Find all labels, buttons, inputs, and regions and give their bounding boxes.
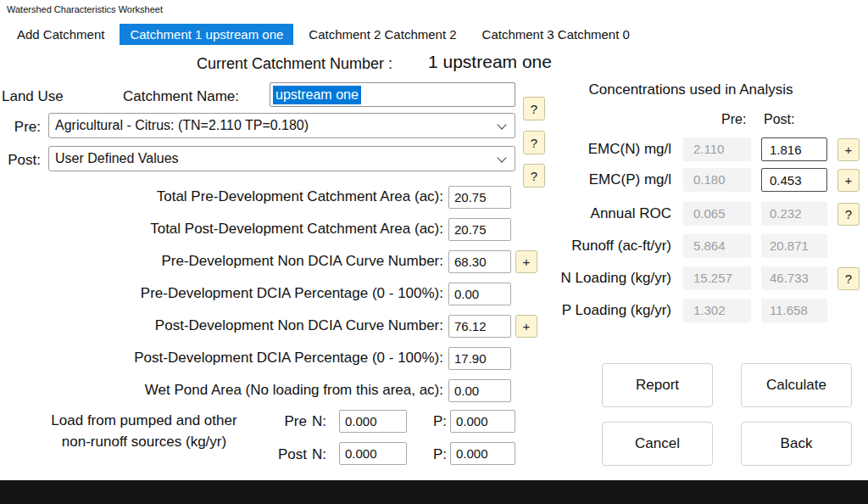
current-catchment-value: 1 upstream one <box>428 52 552 72</box>
p-loading-pre-value: 1.302 <box>683 299 751 322</box>
post-non-dcia-cn-input[interactable] <box>448 315 511 338</box>
field-label: Wet Pond Area (No loading from this area… <box>0 382 448 399</box>
emc-n-row: EMC(N) mg/l 2.110 + <box>532 137 865 161</box>
field-row: Post-Development DCIA Percentage (0 - 10… <box>0 346 559 370</box>
pumped-pre-n-label: N: <box>312 413 326 430</box>
calculate-button[interactable]: Calculate <box>741 363 852 407</box>
pumped-post-n-input[interactable] <box>339 442 407 465</box>
post-landuse-value: User Defined Values <box>55 151 179 166</box>
annual-roc-label: Annual ROC <box>532 205 671 222</box>
emc-p-label: EMC(P) mg/l <box>532 171 671 188</box>
n-loading-row: N Loading (kg/yr) 15.257 46.733 ? <box>532 266 865 290</box>
catchment-name-input[interactable]: upstream one <box>270 82 515 107</box>
emc-p-row: EMC(P) mg/l 0.180 + <box>532 168 865 192</box>
field-label: Total Pre-Development Catchment Area (ac… <box>0 188 448 205</box>
emc-p-plus-button[interactable]: + <box>837 169 860 192</box>
pre-dcia-percent-input[interactable] <box>448 283 511 305</box>
p-loading-post-value: 11.658 <box>761 299 827 322</box>
catchment-name-help-button[interactable]: ? <box>523 97 545 120</box>
pumped-post-p-input[interactable] <box>450 442 515 465</box>
pre-landuse-label: Pre: <box>7 119 41 136</box>
wet-pond-area-input[interactable] <box>448 379 511 402</box>
runoff-post-value: 20.871 <box>761 234 827 258</box>
post-landuse-label: Post: <box>7 152 41 169</box>
annual-roc-help-button[interactable]: ? <box>837 203 860 226</box>
post-column-header: Post: <box>764 112 794 127</box>
field-label: Total Post-Development Catchment Area (a… <box>0 221 448 238</box>
pumped-pre-label: Pre <box>271 413 307 430</box>
annual-roc-row: Annual ROC 0.065 0.232 ? <box>532 202 865 226</box>
watershed-worksheet-window: Watershed Characteristics Worksheet Add … <box>0 0 868 504</box>
annual-roc-post-value: 0.232 <box>761 202 827 226</box>
emc-p-pre-value: 0.180 <box>683 168 751 192</box>
tab-catchment-2[interactable]: Catchment 2 Catchment 2 <box>298 24 466 45</box>
field-row: Post-Development Non DCIA Curve Number: … <box>0 314 559 338</box>
n-loading-label: N Loading (kg/yr) <box>532 270 671 287</box>
field-row: Total Pre-Development Catchment Area (ac… <box>0 185 559 209</box>
pumped-post-p-label: P: <box>433 446 447 463</box>
emc-p-post-input[interactable] <box>761 168 827 192</box>
catchment-name-label: Catchment Name: <box>123 88 239 105</box>
field-label: Post-Development DCIA Percentage (0 - 10… <box>0 350 448 367</box>
tab-add-catchment[interactable]: Add Catchment <box>7 24 114 45</box>
pumped-sources-label-line1: Load from pumped and other <box>17 410 271 431</box>
emc-n-plus-button[interactable]: + <box>837 138 860 161</box>
pumped-post-label: Post <box>271 446 307 463</box>
pre-non-dcia-cn-input[interactable] <box>448 250 511 273</box>
land-use-section-label: Land Use <box>2 88 64 105</box>
pre-column-header: Pre: <box>721 112 746 127</box>
annual-roc-pre-value: 0.065 <box>683 202 751 226</box>
tab-bar: Add Catchment Catchment 1 upstream one C… <box>0 21 868 47</box>
field-row: Wet Pond Area (No loading from this area… <box>0 378 559 402</box>
pumped-sources-label-line2: non-runoff sources (kg/yr) <box>17 431 271 452</box>
bottom-bar <box>0 480 868 504</box>
n-loading-post-value: 46.733 <box>761 266 827 290</box>
tab-catchment-1[interactable]: Catchment 1 upstream one <box>120 24 293 45</box>
n-loading-help-button[interactable]: ? <box>837 267 860 290</box>
field-row: Pre-Development Non DCIA Curve Number: + <box>0 249 559 273</box>
field-row: Total Post-Development Catchment Area (a… <box>0 217 559 241</box>
back-button[interactable]: Back <box>741 422 852 466</box>
pre-landuse-select[interactable]: Agricultural - Citrus: (TN=2.110 TP=0.18… <box>48 113 515 138</box>
emc-n-label: EMC(N) mg/l <box>532 141 671 158</box>
total-post-area-input[interactable] <box>448 218 511 241</box>
pumped-sources-label: Load from pumped and other non-runoff so… <box>17 410 271 452</box>
chevron-down-icon <box>497 153 506 162</box>
emc-n-post-input[interactable] <box>761 137 827 161</box>
window-title: Watershed Characteristics Worksheet <box>7 4 163 14</box>
pumped-pre-n-input[interactable] <box>339 410 407 433</box>
field-label: Post-Development Non DCIA Curve Number: <box>0 317 448 334</box>
p-loading-label: P Loading (kg/yr) <box>532 302 671 319</box>
tab-catchment-3[interactable]: Catchment 3 Catchment 0 <box>472 24 640 45</box>
current-catchment-label: Current Catchment Number : <box>197 55 392 73</box>
chevron-down-icon <box>497 120 506 129</box>
n-loading-pre-value: 15.257 <box>683 266 751 290</box>
field-label: Pre-Development Non DCIA Curve Number: <box>0 253 448 270</box>
pumped-pre-p-input[interactable] <box>450 410 515 433</box>
report-button[interactable]: Report <box>602 363 713 407</box>
title-bar: Watershed Characteristics Worksheet <box>0 0 868 19</box>
runoff-label: Runoff (ac-ft/yr) <box>532 238 671 255</box>
field-label: Pre-Development DCIA Percentage (0 - 100… <box>0 285 448 302</box>
pumped-post-n-label: N: <box>312 446 326 463</box>
catchment-name-value: upstream one <box>273 86 361 104</box>
pumped-pre-p-label: P: <box>433 413 447 430</box>
runoff-row: Runoff (ac-ft/yr) 5.864 20.871 <box>532 234 865 258</box>
emc-n-pre-value: 2.110 <box>683 137 751 161</box>
cancel-button[interactable]: Cancel <box>602 422 713 466</box>
concentrations-title: Concentrations used in Analysis <box>534 81 848 98</box>
runoff-pre-value: 5.864 <box>683 234 751 258</box>
pre-landuse-value: Agricultural - Citrus: (TN=2.110 TP=0.18… <box>55 118 309 133</box>
field-row: Pre-Development DCIA Percentage (0 - 100… <box>0 282 559 305</box>
total-pre-area-input[interactable] <box>448 186 511 209</box>
post-landuse-select[interactable]: User Defined Values <box>48 146 515 171</box>
p-loading-row: P Loading (kg/yr) 1.302 11.658 <box>532 299 865 322</box>
post-dcia-percent-input[interactable] <box>448 347 511 370</box>
